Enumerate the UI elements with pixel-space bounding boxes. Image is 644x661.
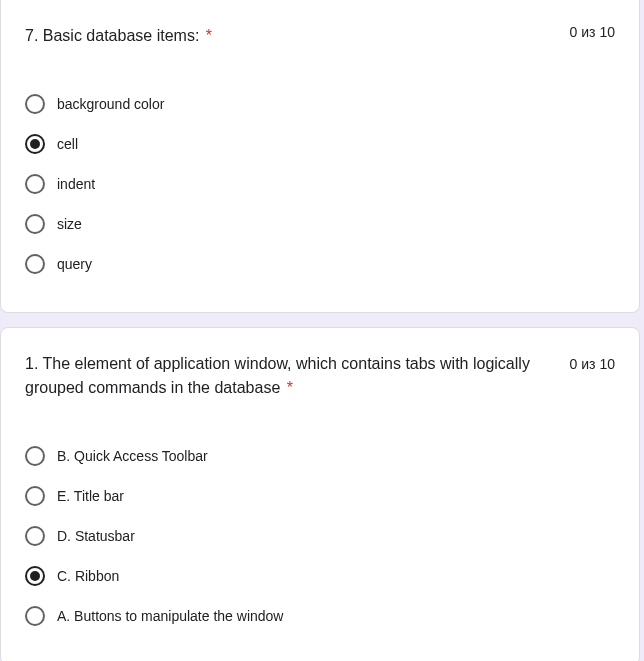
radio-icon [25,446,45,466]
question-text: Basic database items: [43,27,200,44]
option-label: query [57,256,92,272]
option-label: C. Ribbon [57,568,119,584]
question-number: 7. [25,27,38,44]
radio-option[interactable]: size [25,204,615,244]
radio-icon [25,254,45,274]
radio-option[interactable]: E. Title bar [25,476,615,516]
radio-icon [25,486,45,506]
question-title: 1. The element of application window, wh… [25,352,551,400]
question-text: The element of application window, which… [25,355,530,396]
required-mark: * [206,27,212,44]
radio-option[interactable]: A. Buttons to manipulate the window [25,596,615,636]
option-label: A. Buttons to manipulate the window [57,608,283,624]
option-label: cell [57,136,78,152]
question-header: 7. Basic database items: * 0 из 10 [25,24,615,48]
radio-icon [25,174,45,194]
option-list: background color cell indent size query [25,84,615,284]
radio-option[interactable]: indent [25,164,615,204]
option-label: background color [57,96,164,112]
option-list: B. Quick Access Toolbar E. Title bar D. … [25,436,615,636]
option-label: size [57,216,82,232]
required-mark: * [287,379,293,396]
radio-icon [25,214,45,234]
radio-option[interactable]: B. Quick Access Toolbar [25,436,615,476]
question-score: 0 из 10 [567,352,615,376]
radio-option[interactable]: C. Ribbon [25,556,615,596]
option-label: E. Title bar [57,488,124,504]
radio-icon [25,566,45,586]
radio-option[interactable]: cell [25,124,615,164]
option-label: indent [57,176,95,192]
question-number: 1. [25,355,38,372]
option-label: B. Quick Access Toolbar [57,448,208,464]
radio-icon [25,94,45,114]
question-card: 1. The element of application window, wh… [0,327,640,661]
option-label: D. Statusbar [57,528,135,544]
radio-icon [25,134,45,154]
question-score: 0 из 10 [567,24,615,40]
radio-option[interactable]: D. Statusbar [25,516,615,556]
question-card: 7. Basic database items: * 0 из 10 backg… [0,0,640,313]
radio-option[interactable]: query [25,244,615,284]
radio-option[interactable]: background color [25,84,615,124]
radio-icon [25,606,45,626]
radio-icon [25,526,45,546]
question-header: 1. The element of application window, wh… [25,352,615,400]
question-title: 7. Basic database items: * [25,24,212,48]
